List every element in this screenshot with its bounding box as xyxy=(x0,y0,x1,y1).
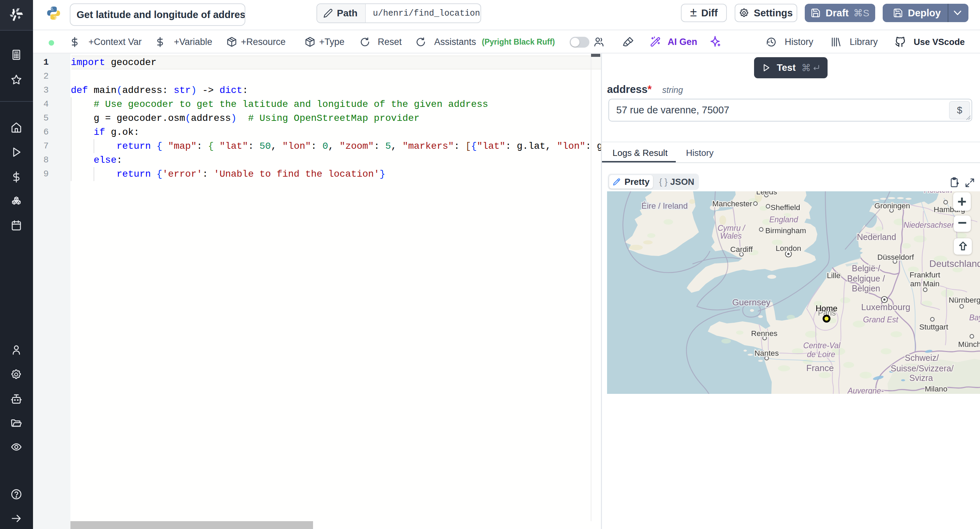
svg-text:Stuttgart: Stuttgart xyxy=(919,323,948,331)
svg-text:Nederland: Nederland xyxy=(857,232,896,242)
svg-text:London: London xyxy=(775,244,801,253)
svg-text:Rennes: Rennes xyxy=(751,329,778,338)
svg-text:Wales: Wales xyxy=(720,231,742,240)
svg-text:Home: Home xyxy=(816,304,837,313)
svg-text:am Main: am Main xyxy=(910,279,940,288)
svg-text:Deutschland: Deutschland xyxy=(929,258,980,269)
svg-text:Birmingham: Birmingham xyxy=(765,226,806,235)
svg-text:Cardiff: Cardiff xyxy=(730,245,753,253)
svg-text:Centre-Val: Centre-Val xyxy=(803,341,840,350)
svg-text:Schweiz/: Schweiz/ xyxy=(905,353,939,363)
svg-text:België /: België / xyxy=(852,263,880,273)
svg-text:Milano: Milano xyxy=(925,385,947,393)
svg-text:Nantes: Nantes xyxy=(754,349,778,357)
svg-text:Éire / Ireland: Éire / Ireland xyxy=(641,201,688,210)
svg-text:France: France xyxy=(807,363,834,373)
svg-text:Groningen: Groningen xyxy=(874,202,910,210)
svg-text:Nürnberg: Nürnberg xyxy=(949,296,980,304)
svg-text:Holstein: Holstein xyxy=(924,191,952,194)
svg-text:Svizra: Svizra xyxy=(909,373,933,382)
svg-text:Niedersachsen: Niedersachsen xyxy=(904,221,956,229)
svg-text:Bay: Bay xyxy=(969,313,980,322)
svg-text:de Loire: de Loire xyxy=(807,350,835,359)
svg-text:Auvergne-: Auvergne- xyxy=(847,386,884,394)
svg-text:Lille: Lille xyxy=(827,271,840,280)
svg-text:Luxembourg: Luxembourg xyxy=(861,302,911,312)
svg-text:England: England xyxy=(769,215,799,224)
svg-text:Belgien: Belgien xyxy=(852,284,880,293)
svg-text:Manchester: Manchester xyxy=(712,199,752,208)
svg-text:München: München xyxy=(958,340,980,349)
svg-text:Suisse/Svizzera/: Suisse/Svizzera/ xyxy=(891,363,954,373)
svg-text:Sheffield: Sheffield xyxy=(770,203,800,212)
svg-text:Guernsey: Guernsey xyxy=(732,297,771,308)
svg-text:Leeds: Leeds xyxy=(756,191,777,196)
svg-text:Belgique /: Belgique / xyxy=(847,274,885,283)
svg-text:Frankfurt: Frankfurt xyxy=(910,271,940,279)
svg-text:Grand Est: Grand Est xyxy=(863,315,899,324)
svg-text:Düsseldorf: Düsseldorf xyxy=(877,253,914,261)
